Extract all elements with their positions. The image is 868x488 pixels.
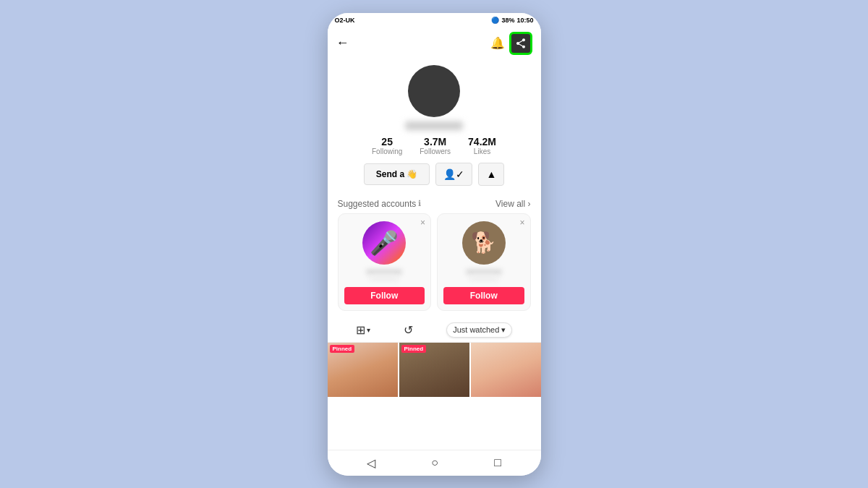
status-right: 🔵 38% 10:50 — [491, 17, 533, 24]
repost-icon: ↺ — [404, 323, 413, 337]
suggestion-handle-2 — [469, 276, 498, 281]
suggestion-name-1 — [366, 269, 402, 275]
share-icon — [515, 38, 527, 49]
android-nav-bar: ◁ ○ □ — [328, 450, 541, 476]
suggestion-handle-1 — [370, 276, 399, 281]
suggestion-name-2 — [466, 269, 502, 275]
pinned-badge-1: Pinned — [330, 345, 355, 353]
suggested-cards: × 🎤 Follow × 🐕 Follow — [328, 213, 541, 318]
followers-stat[interactable]: 3.7M Followers — [420, 136, 451, 155]
pinned-badge-2: Pinned — [401, 345, 427, 353]
time-text: 10:50 — [516, 17, 533, 24]
content-tab-bar: ⊞ ▾ ↺ Just watched ▾ — [328, 318, 541, 343]
just-watched-filter[interactable]: Just watched ▾ — [446, 322, 512, 338]
bell-icon[interactable]: 🔔 — [490, 36, 505, 50]
battery-text: 38% — [501, 17, 514, 24]
likes-label: Likes — [474, 147, 490, 155]
android-home-button[interactable]: ○ — [431, 456, 438, 469]
dog-image: 🐕 — [471, 231, 496, 254]
nav-icons: 🔔 — [490, 32, 532, 55]
video-thumb-1[interactable]: Pinned — [328, 343, 398, 397]
dropdown-arrow-icon: ▾ — [501, 325, 506, 335]
profile-section: 25 Following 3.7M Followers 74.2M Likes … — [328, 59, 541, 193]
suggestion-avatar-1: 🎤 — [362, 221, 406, 265]
view-all-button[interactable]: View all › — [495, 199, 530, 209]
following-count: 25 — [381, 136, 393, 147]
likes-count: 74.2M — [468, 136, 496, 147]
video-grid: Pinned Pinned — [328, 343, 541, 450]
suggestion-card-1: × 🎤 Follow — [338, 213, 432, 311]
following-label: Following — [372, 147, 402, 155]
action-row: Send a 👋 👤✓ ▲ — [364, 163, 505, 186]
profile-name — [405, 121, 463, 130]
suggested-header: Suggested accounts ℹ View all › — [328, 193, 541, 213]
following-stat[interactable]: 25 Following — [372, 136, 402, 155]
followers-label: Followers — [420, 147, 451, 155]
avatar — [408, 65, 460, 117]
back-button[interactable]: ← — [336, 35, 349, 51]
bluetooth-icon: 🔵 — [491, 17, 499, 24]
follow-status-button[interactable]: 👤✓ — [435, 163, 472, 186]
followers-count: 3.7M — [424, 136, 446, 147]
video-thumb-3[interactable] — [471, 343, 541, 397]
suggested-title: Suggested accounts — [338, 199, 417, 209]
share-button[interactable] — [509, 32, 532, 55]
person-on-stage-image: 🎤 — [370, 229, 399, 257]
grid-view-tab[interactable]: ⊞ ▾ — [356, 323, 370, 337]
stats-row: 25 Following 3.7M Followers 74.2M Likes — [372, 136, 496, 155]
video-thumb-2[interactable]: Pinned — [399, 343, 469, 397]
carrier-text: O2-UK — [335, 17, 355, 24]
android-back-button[interactable]: ◁ — [367, 456, 375, 470]
info-icon: ℹ — [418, 199, 421, 208]
chevron-up-icon: ▲ — [486, 168, 496, 180]
suggestion-avatar-2: 🐕 — [462, 221, 506, 265]
status-bar: O2-UK 🔵 38% 10:50 — [328, 13, 541, 27]
dismiss-suggestion-2-button[interactable]: × — [519, 218, 524, 228]
notification-toggle-button[interactable]: ▲ — [478, 163, 504, 186]
send-message-button[interactable]: Send a 👋 — [364, 163, 430, 185]
phone-frame: O2-UK 🔵 38% 10:50 ← 🔔 25 Following — [328, 13, 541, 476]
suggestion-card-2: × 🐕 Follow — [437, 213, 531, 311]
repost-tab[interactable]: ↺ — [404, 323, 413, 337]
dismiss-suggestion-1-button[interactable]: × — [420, 218, 425, 228]
likes-stat[interactable]: 74.2M Likes — [468, 136, 496, 155]
filter-dropdown-icon: ▾ — [367, 326, 370, 334]
top-nav: ← 🔔 — [328, 27, 541, 59]
follow-button-1[interactable]: Follow — [344, 287, 425, 304]
android-recents-button[interactable]: □ — [494, 456, 501, 469]
follow-button-2[interactable]: Follow — [443, 287, 524, 304]
grid-icon: ⊞ — [356, 323, 365, 337]
person-check-icon: 👤✓ — [443, 168, 464, 180]
just-watched-label: Just watched — [453, 325, 499, 334]
